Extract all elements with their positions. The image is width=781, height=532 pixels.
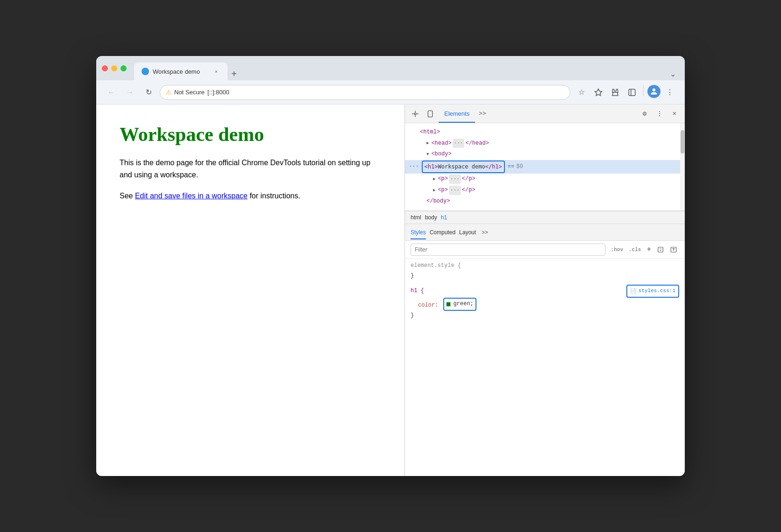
h1-content: Workspace demo — [438, 162, 485, 172]
dom-line-p2[interactable]: ▶ <p> ··· </p> — [405, 185, 685, 196]
devtools-more-button[interactable]: ⋮ — [653, 107, 666, 120]
filter-buttons: :hov .cls + — [609, 244, 679, 255]
dom-line-dots[interactable]: ··· — [409, 162, 419, 172]
dom-scrollbar[interactable] — [680, 123, 685, 210]
styles-tabs-more[interactable]: >> — [480, 228, 490, 237]
tab-computed[interactable]: Computed — [430, 228, 455, 237]
back-button[interactable]: ← — [104, 85, 119, 100]
sidebar-button[interactable] — [625, 85, 639, 100]
breadcrumb-h1[interactable]: h1 — [441, 214, 447, 221]
new-style-rule[interactable] — [668, 244, 679, 255]
browser-window: 🌐 Workspace demo × + ⌄ ← → ↻ ⚠ Not Secur… — [96, 56, 685, 476]
refresh-button[interactable]: ↻ — [141, 85, 156, 100]
color-swatch-green[interactable] — [446, 302, 451, 307]
color-prop-line: color: green; — [418, 298, 679, 311]
devtools-settings-button[interactable]: ⚙ — [638, 107, 651, 120]
breadcrumb-bar: html body h1 — [405, 211, 685, 224]
devtools-header: Elements >> ⚙ ⋮ × — [405, 105, 685, 123]
not-secure-label: Not Secure — [174, 89, 205, 96]
svg-rect-0 — [629, 89, 635, 96]
page-body-text: This is the demo page for the official C… — [120, 157, 381, 181]
element-style-block: element.style { } — [405, 259, 685, 283]
tab-elements[interactable]: Elements — [439, 105, 475, 123]
h1-style-block: h1 { 📄 styles.css:1 color: green; — [405, 283, 685, 322]
styles-file-link[interactable]: 📄 styles.css:1 — [626, 285, 679, 298]
content-area: Workspace demo This is the demo page for… — [96, 105, 685, 476]
p2-close-tag: </p> — [462, 185, 476, 196]
nav-divider — [643, 85, 644, 96]
body-expand-icon[interactable]: ▼ — [426, 151, 429, 158]
p1-expand-icon[interactable]: ▶ — [433, 175, 435, 183]
dom-line-body[interactable]: ▼ <body> — [405, 149, 685, 160]
workspace-link[interactable]: Edit and save files in a workspace — [135, 192, 248, 200]
cls-button[interactable]: .cls — [627, 246, 643, 253]
dom-scrollbar-thumb[interactable] — [681, 130, 684, 154]
chrome-menu-button[interactable]: ⋮ — [662, 85, 677, 100]
maximize-window-button[interactable] — [121, 65, 127, 71]
close-window-button[interactable] — [102, 65, 108, 71]
tab-close-button[interactable]: × — [213, 68, 220, 75]
breadcrumb-html[interactable]: html — [411, 214, 421, 221]
tab-styles[interactable]: Styles — [411, 228, 426, 237]
head-dots[interactable]: ··· — [453, 139, 465, 148]
h1-selector-row: h1 { 📄 styles.css:1 — [411, 285, 679, 298]
address-url: [::]:8000 — [207, 89, 229, 96]
tab-favicon: 🌐 — [142, 68, 149, 75]
dom-line-body-close[interactable]: </body> — [405, 196, 685, 207]
element-style-close: } — [411, 271, 679, 281]
bookmark-button[interactable]: ☆ — [574, 85, 589, 100]
tab-layout[interactable]: Layout — [459, 228, 476, 237]
dom-line-p1[interactable]: ▶ <p> ··· </p> — [405, 174, 685, 185]
add-style-button[interactable]: + — [645, 245, 653, 255]
file-link-text: styles.css:1 — [639, 287, 675, 296]
page-footer-text: See Edit and save files in a workspace f… — [120, 190, 381, 202]
lab-button[interactable] — [608, 85, 623, 100]
dom-line-h1[interactable]: ··· <h1>Workspace demo</h1> == $0 — [405, 160, 685, 174]
user-profile-button[interactable] — [647, 85, 660, 98]
breadcrumb-body[interactable]: body — [425, 214, 437, 221]
navigation-bar: ← → ↻ ⚠ Not Secure [::]:8000 ☆ ⋮ — [96, 80, 685, 105]
filter-input[interactable] — [411, 244, 605, 256]
device-toolbar-button[interactable] — [424, 107, 437, 120]
forward-button[interactable]: → — [122, 85, 137, 100]
minimize-window-button[interactable] — [111, 65, 117, 71]
after-link-label: for instructions. — [249, 192, 300, 200]
p1-close-tag: </p> — [462, 174, 476, 184]
p2-expand-icon[interactable]: ▶ — [433, 187, 435, 194]
toggle-element-state[interactable] — [655, 244, 666, 255]
active-tab[interactable]: 🌐 Workspace demo × — [134, 63, 227, 80]
dom-line-head[interactable]: ▶ <head> ··· </head> — [405, 138, 685, 149]
body-close-tag: </body> — [426, 196, 450, 207]
inspect-element-button[interactable] — [409, 107, 422, 120]
color-property: color: — [418, 302, 438, 308]
tab-area: 🌐 Workspace demo × + ⌄ — [134, 56, 679, 80]
devtools-panel: Elements >> ⚙ ⋮ × <html> — [405, 105, 685, 476]
traffic-lights — [102, 65, 127, 71]
tab-title: Workspace demo — [153, 68, 200, 75]
tab-menu-button[interactable]: ⌄ — [666, 67, 679, 80]
extension-button[interactable] — [591, 85, 606, 100]
page-heading: Workspace demo — [120, 123, 381, 146]
dom-line-html[interactable]: <html> — [405, 127, 685, 138]
p1-dots[interactable]: ··· — [449, 175, 461, 184]
warning-icon: ⚠ — [166, 89, 171, 96]
html-tag: <html> — [420, 127, 440, 138]
color-value: green; — [453, 299, 473, 309]
svg-point-2 — [414, 113, 416, 115]
address-bar[interactable]: ⚠ Not Secure [::]:8000 — [160, 85, 570, 100]
tab-more-button[interactable]: >> — [475, 105, 490, 123]
head-expand-icon[interactable]: ▶ — [426, 140, 429, 147]
p2-dots[interactable]: ··· — [449, 186, 461, 195]
nav-action-icons: ☆ ⋮ — [574, 85, 677, 100]
webpage-content: Workspace demo This is the demo page for… — [96, 105, 405, 476]
new-tab-button[interactable]: + — [227, 67, 241, 80]
color-value-wrapper: green; — [443, 298, 476, 311]
svg-rect-9 — [658, 247, 663, 252]
body-open-tag: <body> — [431, 149, 451, 160]
svg-rect-7 — [428, 111, 432, 117]
hov-button[interactable]: :hov — [609, 246, 625, 253]
title-bar: 🌐 Workspace demo × + ⌄ — [96, 56, 685, 80]
devtools-close-button[interactable]: × — [668, 107, 681, 120]
dom-equals: == — [508, 162, 514, 172]
head-open-tag: <head> — [431, 139, 451, 149]
